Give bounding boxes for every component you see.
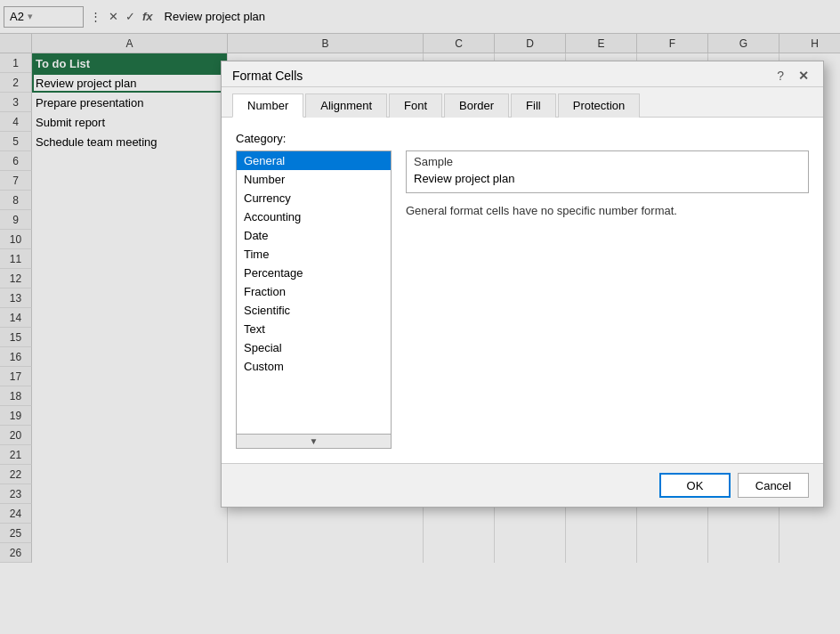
category-item-time[interactable]: Time (237, 245, 391, 264)
category-item-fraction[interactable]: Fraction (237, 282, 391, 301)
category-item-special[interactable]: Special (237, 338, 391, 357)
category-item-currency[interactable]: Currency (237, 189, 391, 207)
tab-fill[interactable]: Fill (511, 93, 556, 118)
tab-alignment[interactable]: Alignment (305, 93, 387, 118)
category-item-accounting[interactable]: Accounting (237, 207, 391, 226)
dialog-title: Format Cells (232, 69, 303, 83)
category-item-scientific[interactable]: Scientific (237, 301, 391, 320)
sample-label: Sample (407, 151, 808, 168)
dialog-titlebar-controls: ? ✕ (773, 69, 812, 83)
dialog-body: General Number Currency Accounting Date … (236, 150, 809, 449)
category-list-container: General Number Currency Accounting Date … (236, 150, 392, 449)
category-item-general[interactable]: General (237, 151, 391, 170)
list-scroll-down-arrow[interactable]: ▼ (237, 434, 391, 448)
cancel-button[interactable]: Cancel (738, 473, 809, 498)
format-cells-dialog: Format Cells ? ✕ Number Alignment Font B… (221, 61, 824, 508)
tab-protection[interactable]: Protection (558, 93, 641, 118)
sample-value: Review project plan (407, 168, 808, 192)
category-item-number[interactable]: Number (237, 170, 391, 189)
category-item-percentage[interactable]: Percentage (237, 264, 391, 282)
dialog-content: Category: General Number Currency Accoun… (222, 118, 823, 463)
format-description: General format cells have no specific nu… (406, 204, 809, 217)
category-list: General Number Currency Accounting Date … (237, 151, 391, 434)
sample-section: Sample Review project plan (406, 150, 809, 193)
ok-button[interactable]: OK (659, 473, 731, 498)
dialog-help-button[interactable]: ? (773, 69, 788, 83)
tab-border[interactable]: Border (444, 93, 509, 118)
category-label: Category: (236, 132, 809, 145)
dialog-titlebar: Format Cells ? ✕ (222, 61, 823, 87)
dialog-tabs: Number Alignment Font Border Fill Protec… (222, 87, 823, 118)
category-item-custom[interactable]: Custom (237, 357, 391, 376)
category-item-date[interactable]: Date (237, 226, 391, 245)
right-panel: Sample Review project plan General forma… (406, 150, 809, 449)
dialog-footer: OK Cancel (222, 463, 823, 507)
category-item-text[interactable]: Text (237, 320, 391, 338)
tab-number[interactable]: Number (232, 93, 303, 118)
tab-font[interactable]: Font (389, 93, 442, 118)
dialog-close-button[interactable]: ✕ (795, 69, 812, 83)
